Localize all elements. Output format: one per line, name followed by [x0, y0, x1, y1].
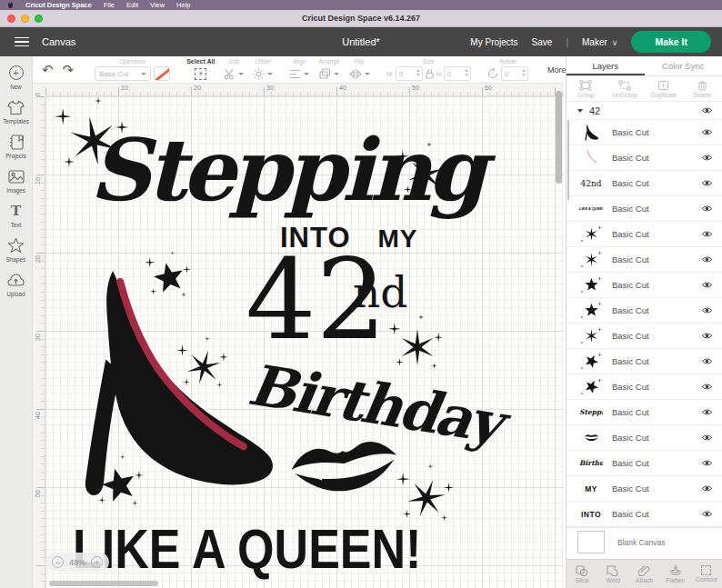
menu-file[interactable]: File: [104, 0, 115, 10]
canvas-vertical-scrollbar[interactable]: [556, 91, 562, 184]
operation-dropdown[interactable]: Basic Cut: [95, 66, 151, 81]
menubar-app-name[interactable]: Cricut Design Space: [25, 0, 92, 10]
eye-visibility-icon[interactable]: [701, 281, 713, 289]
eye-visibility-icon[interactable]: [701, 306, 713, 314]
layer-row[interactable]: Basic Cut: [567, 273, 722, 298]
layer-row[interactable]: Basic Cut: [567, 349, 722, 374]
layer-row[interactable]: Basic Cut: [567, 120, 722, 145]
layer-row[interactable]: Basic Cut: [567, 374, 722, 400]
machine-select[interactable]: Maker∨: [582, 37, 617, 47]
layer-row[interactable]: Basic Cut: [567, 222, 722, 247]
ungroup-button[interactable]: UnGroup: [606, 76, 645, 101]
layer-row[interactable]: LIKE A QUEEN Basic Cut: [567, 196, 722, 222]
sidebar-item-text[interactable]: T Text: [0, 202, 32, 228]
eye-visibility-icon[interactable]: [701, 332, 713, 340]
eye-visibility-icon[interactable]: [701, 106, 713, 115]
layer-row[interactable]: 42nd Basic Cut: [567, 171, 722, 196]
edit-button[interactable]: [224, 65, 244, 82]
collapse-caret-icon[interactable]: [577, 109, 583, 113]
eye-visibility-icon[interactable]: [701, 510, 713, 518]
layer-operation-label: Basic Cut: [612, 483, 649, 493]
menu-edit[interactable]: Edit: [126, 0, 138, 10]
slice-button[interactable]: Slice: [567, 560, 597, 588]
flatten-button[interactable]: Flatten: [660, 560, 691, 588]
sidebar-item-projects[interactable]: Projects: [0, 133, 32, 159]
layer-thumbnail: LIKE A QUEEN: [579, 199, 603, 219]
eye-visibility-icon[interactable]: [701, 459, 713, 467]
height-input[interactable]: [444, 66, 471, 81]
layer-operation-label: Basic Cut: [612, 382, 649, 392]
width-input[interactable]: [396, 66, 423, 81]
offset-button[interactable]: [253, 65, 273, 82]
stepper-icon[interactable]: [522, 69, 526, 76]
panel-scrollbar[interactable]: [567, 120, 569, 200]
duplicate-button[interactable]: Duplicate: [645, 76, 684, 101]
design-canvas[interactable]: 102030405060 1020304050 0 Stepping INTO …: [33, 84, 564, 588]
arrange-label: Arrange: [318, 58, 339, 65]
layer-row[interactable]: Basic Cut: [567, 298, 722, 324]
layer-group-header[interactable]: 42: [567, 102, 722, 120]
my-projects-link[interactable]: My Projects: [470, 37, 517, 47]
arrange-button[interactable]: [319, 65, 339, 82]
eye-visibility-icon[interactable]: [701, 255, 713, 264]
delete-button[interactable]: Delete: [683, 76, 722, 101]
sidebar-item-templates[interactable]: Templates: [0, 98, 32, 125]
eye-visibility-icon[interactable]: [701, 204, 713, 213]
eye-visibility-icon[interactable]: [701, 230, 713, 238]
canvas-horizontal-scrollbar[interactable]: [49, 581, 158, 586]
hamburger-menu-icon[interactable]: [15, 37, 29, 47]
eye-visibility-icon[interactable]: [701, 484, 713, 493]
apple-icon[interactable]: [7, 2, 14, 9]
layer-row[interactable]: Basic Cut: [567, 324, 722, 349]
make-it-button[interactable]: Make It: [631, 31, 711, 53]
eye-visibility-icon[interactable]: [701, 154, 713, 162]
redo-icon[interactable]: ↷: [63, 62, 75, 78]
align-button[interactable]: [289, 65, 309, 82]
attach-button[interactable]: Attach: [628, 560, 659, 588]
rotate-input[interactable]: [501, 66, 528, 81]
eye-visibility-icon[interactable]: [701, 434, 713, 442]
canvas-label[interactable]: Canvas: [42, 36, 75, 47]
menu-view[interactable]: View: [150, 0, 165, 10]
sidebar-item-images[interactable]: Images: [0, 167, 32, 194]
eye-visibility-icon[interactable]: [701, 383, 713, 391]
zoom-in-button[interactable]: +: [91, 556, 103, 568]
blank-canvas-row[interactable]: Blank Canvas: [567, 527, 722, 556]
sidebar-item-upload[interactable]: Upload: [0, 271, 32, 297]
eye-visibility-icon[interactable]: [701, 357, 713, 365]
eye-visibility-icon[interactable]: [701, 408, 713, 416]
layer-actions: Group UnGroup Duplicate Delete: [567, 76, 722, 102]
layer-row[interactable]: Basic Cut: [567, 247, 722, 273]
tab-color-sync[interactable]: Color Sync: [645, 56, 722, 75]
weld-button[interactable]: Weld: [597, 560, 628, 588]
contour-icon: [701, 565, 711, 575]
paperclip-icon: [638, 564, 650, 576]
stepper-icon[interactable]: [416, 69, 420, 76]
canvas-text-nd[interactable]: nd: [353, 267, 407, 317]
chevron-down-icon: [365, 73, 370, 75]
cut-color-swatch[interactable]: [154, 66, 170, 81]
lock-icon[interactable]: [426, 69, 434, 79]
sidebar-item-shapes[interactable]: Shapes: [0, 236, 32, 263]
layer-row[interactable]: MY Basic Cut: [567, 476, 722, 502]
stepper-icon[interactable]: [465, 69, 468, 76]
sidebar-item-new[interactable]: + New: [0, 64, 32, 90]
eye-visibility-icon[interactable]: [701, 179, 713, 187]
eye-visibility-icon[interactable]: [701, 128, 713, 136]
zoom-out-button[interactable]: −: [52, 556, 64, 568]
canvas-text-like-a-queen[interactable]: LIKE A QUEEN!: [73, 518, 421, 582]
save-link[interactable]: Save: [532, 37, 553, 47]
rotate-icon[interactable]: [487, 68, 498, 79]
layer-row[interactable]: INTO Basic Cut: [567, 502, 722, 527]
layer-row[interactable]: Basic Cut: [567, 145, 722, 171]
contour-button[interactable]: Contour: [691, 560, 722, 588]
select-all-button[interactable]: +: [195, 68, 206, 80]
menu-help[interactable]: Help: [176, 0, 190, 10]
layer-row[interactable]: Stepping Basic Cut: [567, 400, 722, 425]
flip-button[interactable]: [349, 65, 370, 82]
undo-icon[interactable]: ↶: [42, 62, 54, 78]
layer-row[interactable]: Basic Cut: [567, 425, 722, 451]
group-button[interactable]: Group: [567, 76, 606, 101]
tab-layers[interactable]: Layers: [567, 56, 645, 75]
layer-row[interactable]: Birthday Basic Cut: [567, 451, 722, 476]
